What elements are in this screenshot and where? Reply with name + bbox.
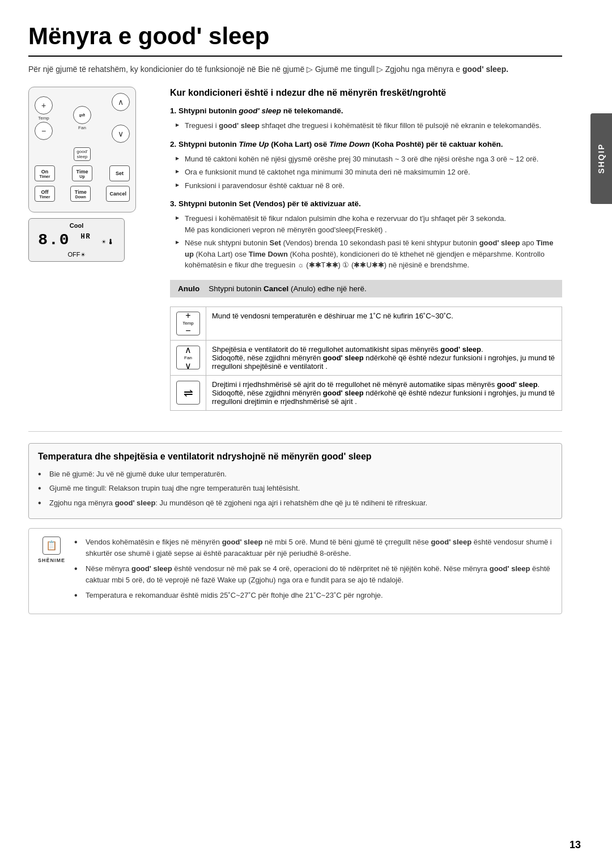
good-sleep-btn[interactable]: good'sleep bbox=[74, 147, 90, 161]
page-title: Mënyra e good' sleep bbox=[28, 23, 562, 57]
step-3-bullet-2: Nëse nuk shtypni butonin Set (Vendos) br… bbox=[176, 237, 562, 271]
side-tab: SHQIP bbox=[590, 113, 612, 204]
shenime-content: Vendos kohëmatësin e fikjes në mënyrën g… bbox=[74, 537, 552, 606]
step-3: 3. Shtypni butonin Set (Vendos) për të a… bbox=[170, 199, 562, 270]
bottom-heading: Temperatura dhe shpejtësia e ventilatori… bbox=[38, 450, 552, 463]
off-timer-btn[interactable]: OffTimer bbox=[35, 186, 55, 202]
page-number: 13 bbox=[570, 839, 581, 851]
step-2-bullets: Mund të caktoni kohën në njësi gjysmë or… bbox=[170, 154, 562, 192]
shenime-label-container: 📋 SHËNIME bbox=[38, 537, 65, 606]
feature-icon-direction: ⇌ bbox=[171, 375, 206, 410]
intro-text: Për një gjumë të rehatshëm, ky kondicion… bbox=[28, 63, 562, 75]
shenime-box: 📋 SHËNIME Vendos kohëmatësin e fikjes në… bbox=[28, 528, 562, 614]
bottom-bullet-2: Gjumë me tingull: Relakson trupin tuaj d… bbox=[38, 483, 552, 494]
fan-icon: ⇌ bbox=[73, 106, 91, 124]
display-panel: Cool 8.0 HR ☀️🌡 OFF☀ bbox=[28, 218, 125, 262]
time-down-btn[interactable]: TimeDown bbox=[70, 186, 91, 202]
side-tab-label: SHQIP bbox=[597, 143, 606, 174]
step-2: 2. Shtypni butonin Time Up (Koha Lart) o… bbox=[170, 139, 562, 191]
temp-minus-btn[interactable]: − bbox=[35, 122, 53, 140]
temp-icon-box: + Temp − bbox=[176, 312, 200, 335]
temp-plus-btn[interactable]: + bbox=[35, 96, 53, 114]
bottom-bullet-3: Zgjohu nga mënyra good' sleep: Ju mundës… bbox=[38, 497, 552, 509]
feature-row-direction: ⇌ Drejtimi i rrjedhshmërisë së ajrit do … bbox=[171, 375, 562, 410]
shenime-bullet-1: Vendos kohëmatësin e fikjes në mënyrën g… bbox=[74, 537, 552, 559]
display-cool-label: Cool bbox=[35, 222, 118, 229]
feature-row-fan: ∧ Fan ∨ Shpejtësia e ventilatorit do të … bbox=[171, 340, 562, 375]
direction-icon-box: ⇌ bbox=[176, 381, 200, 405]
feature-desc-temp: Mund të vendosni temperaturën e dëshirua… bbox=[206, 307, 562, 340]
bottom-section: Temperatura dhe shpejtësia e ventilatori… bbox=[28, 443, 562, 614]
feature-icon-fan: ∧ Fan ∨ bbox=[171, 340, 206, 375]
shenime-bullet-2: Nëse mënyra good' sleep është vendosur n… bbox=[74, 563, 552, 585]
step-3-label: 3. Shtypni butonin Set (Vendos) për të a… bbox=[170, 199, 562, 210]
feature-desc-fan: Shpejtësia e ventilatorit do të rregullo… bbox=[206, 340, 562, 375]
feature-icon-temp: + Temp − bbox=[171, 307, 206, 340]
shenime-text-label: SHËNIME bbox=[38, 557, 65, 565]
feature-row-temp: + Temp − Mund të vendosni temperaturën e… bbox=[171, 307, 562, 340]
step-2-bullet-3: Funksioni i paravendosur është caktuar n… bbox=[176, 180, 562, 192]
step-3-bullets: Treguesi i kohëmatësit të fikur ndalon p… bbox=[170, 213, 562, 271]
step-1-label: 1. Shtypni butonin good' sleep në teleko… bbox=[170, 106, 562, 117]
anulo-box: Anulo Shtypni butonin Cancel (Anulo) edh… bbox=[170, 280, 562, 297]
fan-up-btn[interactable]: ∧ bbox=[112, 93, 130, 111]
anulo-label: Anulo bbox=[178, 284, 199, 293]
cancel-btn[interactable]: Cancel bbox=[106, 186, 130, 202]
display-digits: 8.0 HR ☀️🌡 bbox=[35, 231, 118, 249]
bottom-bullets: Bie në gjumë: Ju vë në gjumë duke ulur t… bbox=[38, 469, 552, 509]
time-up-btn[interactable]: TimeUp bbox=[72, 165, 92, 181]
fan-icon-box: ∧ Fan ∨ bbox=[176, 346, 200, 369]
fan-down-btn[interactable]: ∨ bbox=[112, 125, 130, 143]
on-timer-btn[interactable]: OnTimer bbox=[35, 165, 55, 181]
section1-heading: Kur kondicioneri është i ndezur dhe në m… bbox=[170, 87, 562, 99]
anulo-text: Shtypni butonin Cancel (Anulo) edhe një … bbox=[209, 284, 366, 293]
step-2-label: 2. Shtypni butonin Time Up (Koha Lart) o… bbox=[170, 139, 562, 150]
divider-line bbox=[28, 431, 562, 432]
shenime-icon: 📋 bbox=[42, 537, 61, 555]
remote-control: + Temp − ⇌ Fan ∧ ∨ bbox=[28, 87, 136, 212]
step-1: 1. Shtypni butonin good' sleep në teleko… bbox=[170, 106, 562, 131]
feature-table: + Temp − Mund të vendosni temperaturën e… bbox=[170, 307, 562, 411]
step-2-bullet-1: Mund të caktoni kohën në njësi gjysmë or… bbox=[176, 154, 562, 165]
step-1-bullet-1: Treguesi i good' sleep shfaqet dhe tregu… bbox=[176, 120, 562, 131]
shenime-bullet-3: Temperatura e rekomanduar është midis 25… bbox=[74, 590, 552, 601]
highlight-box: Temperatura dhe shpejtësia e ventilatori… bbox=[28, 443, 562, 520]
bottom-bullet-1: Bie në gjumë: Ju vë në gjumë duke ulur t… bbox=[38, 469, 552, 480]
set-btn[interactable]: Set bbox=[109, 165, 130, 181]
step-2-bullet-2: Ora e funksionit mund të caktohet nga mi… bbox=[176, 167, 562, 178]
shenime-bullets: Vendos kohëmatësin e fikjes në mënyrën g… bbox=[74, 537, 552, 601]
feature-desc-direction: Drejtimi i rrjedhshmërisë së ajrit do të… bbox=[206, 375, 562, 410]
remote-image-container: + Temp − ⇌ Fan ∧ ∨ bbox=[28, 87, 153, 420]
display-off-row: OFF☀ bbox=[35, 251, 118, 258]
step-1-bullets: Treguesi i good' sleep shfaqet dhe tregu… bbox=[170, 120, 562, 131]
step-3-bullet-1: Treguesi i kohëmatësit të fikur ndalon p… bbox=[176, 213, 562, 235]
instructions-section: Kur kondicioneri është i ndezur dhe në m… bbox=[170, 87, 562, 420]
